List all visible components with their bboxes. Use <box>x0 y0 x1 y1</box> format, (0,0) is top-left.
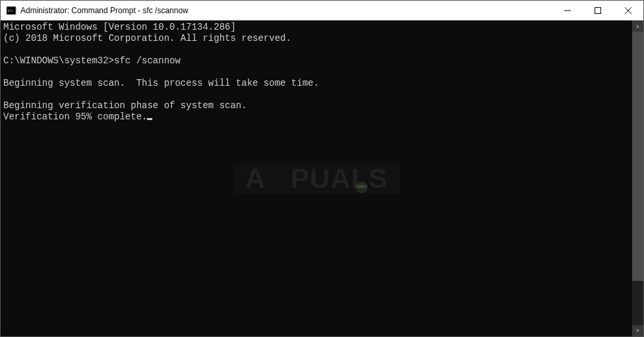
line-prompt-cmd: C:\WINDOWS\system32>sfc /scannow <box>3 55 181 66</box>
window-title: Administrator: Command Prompt - sfc /sca… <box>20 6 189 15</box>
terminal-area: Microsoft Windows [Version 10.0.17134.28… <box>1 20 643 336</box>
svg-point-8 <box>359 188 361 190</box>
svg-rect-3 <box>595 7 601 13</box>
watermark-avatar-icon <box>267 168 289 190</box>
line-copyright: (c) 2018 Microsoft Corporation. All righ… <box>3 33 291 44</box>
scroll-up-arrow[interactable]: ▲ <box>632 20 643 32</box>
cmd-window: C:\ Administrator: Command Prompt - sfc … <box>0 0 644 337</box>
svg-point-6 <box>356 181 368 193</box>
svg-point-7 <box>357 185 366 189</box>
watermark-text-left: A <box>245 173 266 184</box>
scroll-track[interactable] <box>632 32 643 325</box>
minimize-button[interactable] <box>552 1 583 20</box>
svg-point-9 <box>363 188 365 190</box>
maximize-button[interactable] <box>583 1 613 20</box>
close-button[interactable] <box>613 1 643 20</box>
line-begin-scan: Beginning system scan. This process will… <box>3 78 319 88</box>
terminal-output[interactable]: Microsoft Windows [Version 10.0.17134.28… <box>1 20 632 336</box>
svg-text:C:\: C:\ <box>8 9 13 13</box>
line-verify-pct: Verification 95% complete. <box>3 111 147 122</box>
line-begin-verify: Beginning verification phase of system s… <box>3 100 247 111</box>
line-version: Microsoft Windows [Version 10.0.17134.28… <box>3 22 236 32</box>
watermark: A PUALS <box>233 164 400 194</box>
terminal-cursor <box>147 118 152 120</box>
watermark-text-right: PUALS <box>291 173 388 184</box>
titlebar[interactable]: C:\ Administrator: Command Prompt - sfc … <box>1 1 643 20</box>
scroll-down-arrow[interactable]: ▼ <box>632 325 643 336</box>
scroll-thumb[interactable] <box>632 32 643 281</box>
cmd-icon: C:\ <box>6 5 16 16</box>
vertical-scrollbar[interactable]: ▲ ▼ <box>632 20 643 336</box>
window-controls <box>552 1 643 20</box>
